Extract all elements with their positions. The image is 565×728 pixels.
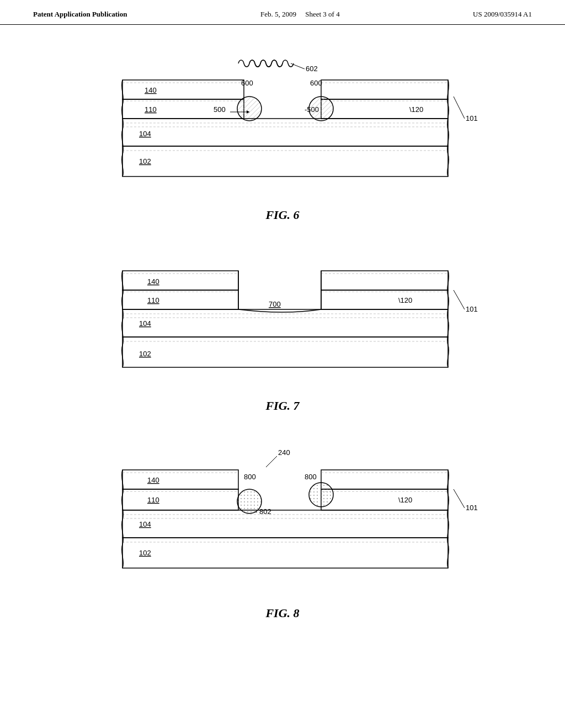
label-102-fig8: 102 (139, 549, 151, 557)
main-content: 602 140 110 \120 (0, 25, 565, 658)
page-header: Patent Application Publication Feb. 5, 2… (0, 0, 565, 25)
label-102-fig7: 102 (139, 350, 151, 358)
svg-rect-5 (122, 99, 244, 119)
label-101-fig8: 101 (466, 504, 478, 512)
header-publication-type: Patent Application Publication (33, 10, 127, 19)
svg-rect-26 (122, 290, 238, 309)
svg-line-35 (454, 290, 465, 309)
label-600a-fig6: 600 (241, 79, 253, 87)
label-240-fig8: 240 (278, 448, 290, 457)
fig8-svg: 240 140 800 800 110 \120 (67, 434, 509, 599)
svg-rect-30 (122, 309, 448, 337)
svg-line-38 (266, 456, 277, 467)
fig6-label: FIG. 6 (265, 208, 299, 222)
label-104-fig6: 104 (139, 130, 151, 138)
label-500a-fig6: 500 (214, 105, 226, 114)
label-110-fig7: 110 (147, 296, 159, 304)
label-102-fig6: 102 (139, 157, 151, 165)
label-602: 602 (306, 65, 318, 73)
svg-rect-43 (122, 489, 238, 510)
svg-line-18 (454, 97, 465, 119)
fig7-label: FIG. 7 (265, 399, 299, 413)
label-101-fig7: 101 (466, 305, 478, 313)
label-120-fig6: \120 (409, 105, 423, 114)
label-104-fig7: 104 (139, 319, 151, 328)
label-110-fig8: 110 (147, 496, 159, 504)
svg-line-0 (291, 63, 305, 69)
label-140-fig8: 140 (147, 476, 159, 484)
label-120-fig7: \120 (398, 296, 412, 304)
fig6-svg: 602 140 110 \120 (67, 41, 509, 201)
label-140-fig6: 140 (145, 86, 157, 94)
header-date: Feb. 5, 2009 (260, 10, 296, 18)
header-sheet: Sheet 3 of 4 (305, 10, 339, 18)
label-120-fig8: \120 (398, 496, 412, 504)
label-600b-fig6: 600 (310, 79, 322, 87)
label-104-fig8: 104 (139, 520, 151, 528)
svg-rect-49 (122, 510, 448, 538)
label-800a-fig8: 800 (244, 473, 256, 481)
figure-8-diagram: 240 140 800 800 110 \120 (67, 434, 498, 599)
svg-rect-28 (321, 290, 448, 309)
label-101-fig6: 101 (466, 114, 478, 122)
figure-7-block: 140 110 \120 700 (33, 243, 532, 423)
fig7-svg: 140 110 \120 700 (67, 243, 509, 392)
svg-point-12 (309, 97, 333, 121)
header-patent-number: US 2009/035914 A1 (473, 10, 532, 19)
figure-8-block: 240 140 800 800 110 \120 (33, 434, 532, 630)
svg-line-54 (454, 489, 465, 508)
svg-rect-13 (122, 119, 448, 146)
figure-7-diagram: 140 110 \120 700 (67, 243, 498, 392)
svg-rect-45 (321, 489, 448, 510)
label-800b-fig8: 800 (305, 473, 317, 481)
svg-point-11 (237, 97, 262, 121)
svg-rect-1 (122, 80, 244, 99)
svg-point-48 (309, 483, 333, 507)
label-140-fig7: 140 (147, 277, 159, 286)
label-110-fig6: 110 (145, 105, 157, 114)
label-700-fig7: 700 (269, 300, 281, 308)
figure-6-diagram: 602 140 110 \120 (67, 41, 498, 201)
header-date-sheet: Feb. 5, 2009 Sheet 3 of 4 (260, 10, 340, 19)
figure-6-block: 602 140 110 \120 (33, 41, 532, 232)
svg-rect-7 (321, 99, 448, 119)
fig8-label: FIG. 8 (265, 606, 299, 620)
